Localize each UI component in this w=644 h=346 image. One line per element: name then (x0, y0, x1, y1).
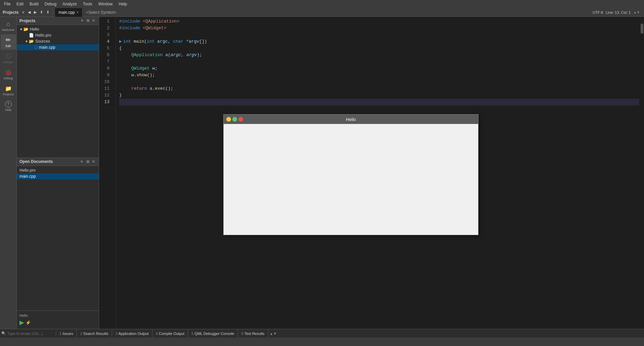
code-line-10 (119, 79, 639, 85)
menu-debug[interactable]: Debug (42, 1, 59, 7)
status-tab-qml-debug[interactable]: 5 QML Debugger Console (188, 329, 238, 338)
panel-close-btn[interactable]: ✕ (91, 18, 96, 23)
tab-main-cpp[interactable]: main.cpp ✕ (55, 8, 83, 17)
nav-back[interactable]: ◀ (27, 10, 32, 15)
menu-build[interactable]: Build (27, 1, 41, 7)
status-bottom-bar: 🔍 1 Issues 2 Search Results 3 Applicatio… (0, 329, 644, 338)
tree-label-sources: Sources (35, 39, 50, 44)
open-docs-filter[interactable]: ▼ (79, 159, 85, 164)
scrollbar-thumb[interactable] (641, 24, 643, 34)
code-line-6: QApplication a(argc, argv); (119, 52, 639, 58)
code-line-4: ▶int main(int argc, char *argv[]) (119, 38, 639, 45)
panel-filter-btn[interactable]: ▼ (79, 18, 85, 23)
app-window-controls (226, 117, 243, 122)
sidebar-icon-welcome[interactable]: ⌂ Welcome (1, 18, 16, 34)
status-tab-test[interactable]: 8 Test Results (238, 329, 268, 338)
sidebar-icon-design-label: Design (3, 60, 13, 64)
app-output-tab-label: Application Output (119, 332, 149, 336)
status-tab-arrow[interactable]: ▲▼ (270, 329, 277, 338)
encoding-label: UTF-8 (593, 10, 603, 14)
right-scrollbar[interactable] (639, 17, 644, 329)
app-minimize-btn[interactable] (226, 117, 231, 122)
toolbar: Projects ▼ ◀ ▶ ⬆ ⬇ main.cpp ✕ <Select Sy… (0, 8, 644, 17)
help-icon: ? (5, 101, 12, 107)
cpp-file-icon: ⬡ (34, 45, 38, 50)
app-title: Hello (243, 117, 459, 122)
menu-analyze[interactable]: Analyze (60, 1, 80, 7)
app-window[interactable]: Hello (223, 114, 478, 235)
menu-tools[interactable]: Tools (80, 1, 95, 7)
menu-edit[interactable]: Edit (14, 1, 26, 7)
status-tab-search[interactable]: 2 Search Results (77, 329, 112, 338)
editor-tab-bar: main.cpp ✕ <Select Symbol> (55, 8, 592, 17)
run-button[interactable]: ▶ (19, 319, 24, 326)
app-output-tab-num: 3 (116, 332, 118, 336)
open-docs-title: Open Documents (19, 159, 53, 164)
line-num-1: 1 (99, 18, 112, 25)
tree-item-hello[interactable]: ▼ 📂 Hello (17, 26, 99, 32)
compile-tab-label: Compile Output (159, 332, 184, 336)
nav-up[interactable]: ⬆ (39, 10, 44, 15)
search-icon: 🔍 (1, 331, 6, 336)
status-tab-issues[interactable]: 1 Issues (56, 329, 77, 338)
tree-item-hello-pro[interactable]: 📄 Hello.pro (17, 32, 99, 38)
line-num-6: 6 (99, 52, 112, 58)
app-close-btn[interactable] (238, 117, 243, 122)
line-num-3: 3 (99, 32, 112, 38)
welcome-icon: ⌂ (5, 20, 12, 28)
panel-controls: ▼ ⧉ ✕ (79, 18, 96, 23)
sources-folder-icon: 📂 (29, 39, 34, 44)
panel-split-btn[interactable]: ⧉ (86, 18, 90, 23)
code-line-7 (119, 58, 639, 65)
test-tab-num: 8 (241, 332, 243, 336)
symbol-selector[interactable]: <Select Symbol> (83, 10, 120, 15)
project-folder-icon: 📂 (24, 27, 29, 32)
issues-tab-num: 1 (59, 332, 61, 336)
tree-label-hello: Hello (30, 27, 39, 32)
qml-debug-tab-num: 5 (191, 332, 193, 336)
status-tabs: 1 Issues 2 Search Results 3 Application … (56, 329, 644, 338)
line-numbers: 1 2 3 4 5 6 7 8 9 10 11 12 13 (99, 17, 116, 329)
menu-window[interactable]: Window (96, 1, 116, 7)
tree-item-main-cpp[interactable]: ⬡ main.cpp (17, 44, 99, 50)
code-line-12: } (119, 92, 639, 99)
status-right: UTF-8 Line: 13, Col: 1 ▲▼ (593, 10, 643, 14)
design-icon: ⬡ (5, 52, 12, 60)
open-doc-hello-pro[interactable]: Hello.pro (17, 167, 99, 173)
sidebar-icon-design[interactable]: ⬡ Design (1, 50, 16, 66)
menu-file[interactable]: File (1, 1, 13, 7)
tree-arrow-sources: ▼ (25, 40, 29, 43)
tab-filename: main.cpp (58, 10, 75, 15)
cursor-position: Line: 13, Col: 1 (606, 10, 631, 14)
project-panel-header: Projects ▼ ⧉ ✕ (17, 17, 99, 25)
open-doc-main-cpp[interactable]: main.cpp (17, 173, 99, 179)
tab-close-icon[interactable]: ✕ (76, 10, 79, 14)
nav-forward[interactable]: ▶ (33, 10, 38, 15)
tree-item-sources[interactable]: ▼ 📂 Sources (17, 38, 99, 44)
code-line-8: QWidget w; (119, 65, 639, 72)
open-docs-close[interactable]: ✕ (91, 159, 96, 164)
sidebar-icon-projects-label: Projects (3, 93, 14, 96)
project-panel: Projects ▼ ⧉ ✕ ▼ 📂 Hello 📄 Hello.pro (17, 17, 99, 329)
tree-arrow-hello: ▼ (19, 28, 24, 31)
status-tab-compile[interactable]: 4 Compile Output (152, 329, 188, 338)
status-tab-app-output[interactable]: 3 Application Output (112, 329, 152, 338)
sidebar-icon-edit[interactable]: ✏ Edit (1, 34, 16, 50)
open-docs-split[interactable]: ⊞ (85, 159, 90, 164)
sidebar-icon-projects[interactable]: 📁 Projects (1, 83, 16, 98)
debug-run-button[interactable]: ⚡ (26, 320, 31, 325)
sidebar-icon-help[interactable]: ? Help (1, 99, 16, 114)
app-maximize-btn[interactable] (232, 117, 237, 122)
project-tree: ▼ 📂 Hello 📄 Hello.pro ▼ 📂 Sources (17, 25, 99, 158)
nav-down[interactable]: ⬇ (45, 10, 51, 15)
menu-help[interactable]: Help (116, 1, 130, 7)
sidebar-icon-debug[interactable]: 🐞 Debug (1, 67, 16, 82)
search-tab-label: Search Results (83, 332, 108, 336)
status-search-area: 🔍 (0, 331, 56, 336)
sidebar-icon-edit-label: Edit (6, 44, 11, 48)
locate-input[interactable] (7, 332, 54, 336)
open-docs-list: Hello.pro main.cpp (17, 166, 99, 181)
line-num-8: 8 (99, 65, 112, 72)
code-line-11: return a.exec(); (119, 85, 639, 92)
pro-file-icon: 📄 (29, 33, 34, 38)
